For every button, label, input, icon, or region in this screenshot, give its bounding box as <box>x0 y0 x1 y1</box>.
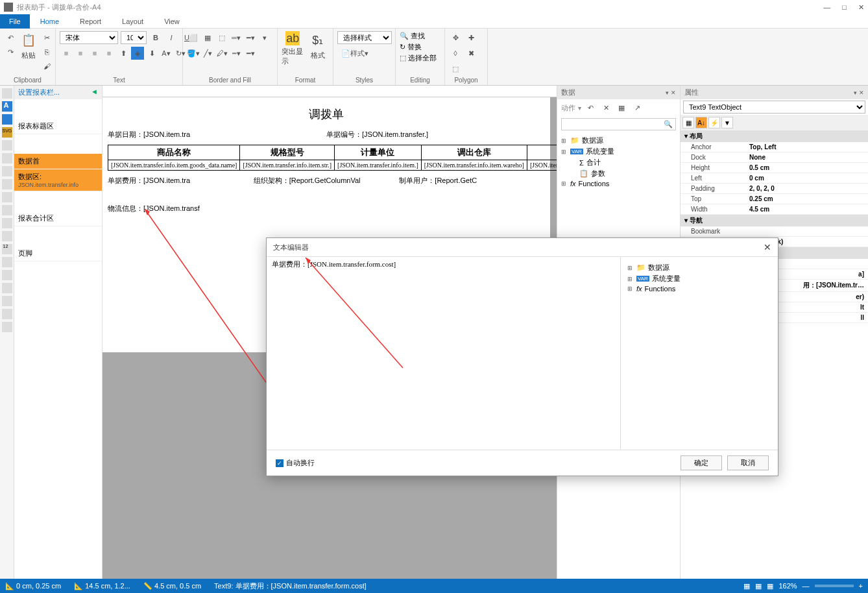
replace-button[interactable]: ↻ 替换 <box>400 42 422 52</box>
tree-node-functions[interactable]: ⊞fxFunctions <box>561 179 676 188</box>
style-button[interactable]: 📄 样式▾ <box>337 47 372 60</box>
tool-5[interactable] <box>2 153 12 163</box>
fill-icon[interactable]: 🪣▾ <box>187 47 200 60</box>
ok-button[interactable]: 确定 <box>681 455 722 470</box>
data-panel-header[interactable]: 数据▾ ✕ <box>557 86 680 99</box>
dialog-textarea[interactable]: 单据费用：[JSON.item.transfer.form.cost] <box>267 257 621 450</box>
valign-bot-icon[interactable]: ⬇ <box>145 47 158 60</box>
field-number[interactable]: 单据编号：[JSON.item.transfer.] <box>326 130 545 139</box>
tree-item-footer[interactable]: 页脚 <box>14 246 102 261</box>
dialog-close-icon[interactable]: ✕ <box>764 242 771 252</box>
tool-12[interactable]: 12 <box>2 244 12 254</box>
tool-14[interactable] <box>2 270 12 280</box>
field-date[interactable]: 单据日期：[JSON.item.tra <box>108 130 326 139</box>
tool-16[interactable] <box>2 296 12 306</box>
line-style-icon[interactable]: ┅▾ <box>230 47 243 60</box>
font-color-icon[interactable]: A▾ <box>160 47 173 60</box>
field-user[interactable]: 制单用户：[Report.GetC <box>399 176 545 186</box>
cut-icon[interactable]: ✂ <box>40 31 53 44</box>
zoom-slider[interactable] <box>815 585 854 587</box>
bold-icon[interactable]: B <box>149 31 162 44</box>
action-icon[interactable]: ▦ <box>615 101 628 114</box>
align-justify-icon[interactable]: ≡ <box>102 47 115 60</box>
prop-panel-header[interactable]: 属性▾ ✕ <box>681 86 868 99</box>
maximize-button[interactable]: □ <box>842 3 847 12</box>
tree-node-sum[interactable]: Σ合计 <box>561 157 676 168</box>
valign-mid-icon[interactable]: ◈ <box>131 47 144 60</box>
tool-18[interactable] <box>2 322 12 332</box>
th-3[interactable]: 调出仓库 <box>421 145 527 160</box>
view-icon[interactable]: ▦ <box>743 582 750 590</box>
copy-icon[interactable]: ⎘ <box>40 45 53 58</box>
td-2[interactable]: [JSON.item.transfer.info.item.] <box>335 160 422 171</box>
undo-icon[interactable]: ↶ <box>4 31 17 44</box>
tool-svg[interactable]: SVG <box>2 127 12 138</box>
prop-cat-icon[interactable]: ▦ <box>682 117 694 128</box>
action-icon[interactable]: ✕ <box>599 101 612 114</box>
align-right-icon[interactable]: ≡ <box>88 47 101 60</box>
tab-layout[interactable]: Layout <box>112 16 154 27</box>
wrap-checkbox[interactable]: ✓自动换行 <box>276 458 315 468</box>
zoom-out[interactable]: — <box>802 582 810 590</box>
align-center-icon[interactable]: ≡ <box>74 47 87 60</box>
poly2-icon[interactable]: ✚ <box>464 31 477 44</box>
tool-4[interactable] <box>2 140 12 151</box>
cancel-button[interactable]: 取消 <box>727 455 769 470</box>
close-button[interactable]: ✕ <box>858 3 864 12</box>
find-button[interactable]: 🔍 查找 <box>400 31 425 41</box>
prop-row[interactable]: Height0.5 cm <box>681 163 868 173</box>
highlight-button[interactable]: ab突出显示 <box>282 31 304 66</box>
tree-node-param[interactable]: 📋参数 <box>561 168 676 179</box>
action-icon[interactable]: ↶ <box>584 101 597 114</box>
td-4[interactable]: [JSON.item.transfer.info.item.store] <box>527 160 557 171</box>
tool-cursor[interactable] <box>2 88 12 99</box>
tree-item-datazone[interactable]: 数据区: JSON.item.transfer.info <box>14 169 102 191</box>
th-2[interactable]: 计量单位 <box>335 145 422 160</box>
font-select[interactable]: 宋体 <box>60 31 118 44</box>
tab-home[interactable]: Home <box>30 16 69 27</box>
action-icon[interactable]: ↗ <box>631 101 644 114</box>
dlg-node-functions[interactable]: ⊞fxFunctions <box>627 284 771 293</box>
file-menu[interactable]: File <box>0 14 30 29</box>
prop-event-icon[interactable]: ⚡ <box>708 117 720 128</box>
td-3[interactable]: [JSON.item.transfer.info.item.wareho] <box>421 160 527 171</box>
search-icon[interactable]: 🔍 <box>664 120 673 128</box>
view-icon[interactable]: ▦ <box>767 582 773 590</box>
line-icon[interactable]: ╱▾ <box>201 47 214 60</box>
border-style-icon[interactable]: ═▾ <box>230 31 243 44</box>
poly4-icon[interactable]: ✖ <box>464 47 477 60</box>
italic-icon[interactable]: I <box>165 31 178 44</box>
border-none-icon[interactable]: ⬚ <box>215 31 228 44</box>
redo-icon[interactable]: ↷ <box>4 45 17 58</box>
view-icon[interactable]: ▦ <box>755 582 762 590</box>
size-select[interactable]: 10 <box>121 31 147 44</box>
dlg-node-sysvar[interactable]: ⊞VAR系统变量 <box>627 273 771 284</box>
select-all-button[interactable]: ⬚ 选择全部 <box>400 53 437 63</box>
tool-text[interactable]: A <box>2 101 12 112</box>
zoom-in[interactable]: + <box>859 582 863 590</box>
tree-item-title[interactable]: 报表标题区 <box>14 119 102 134</box>
line-width-icon[interactable]: ━▾ <box>244 47 257 60</box>
tool-8[interactable] <box>2 192 12 202</box>
border-width-icon[interactable]: ━▾ <box>244 31 257 44</box>
report-title[interactable]: 调拨单 <box>102 97 550 127</box>
td-0[interactable]: [JSON.item.transfer.info.item.goods_data… <box>108 160 240 171</box>
report-table[interactable]: 商品名称 规格型号 计量单位 调出仓库 调入仓库 [JSON.item.tran… <box>108 145 557 171</box>
prop-row[interactable]: DockNone <box>681 152 868 163</box>
tree-node-datasource[interactable]: ⊞📁数据源 <box>561 135 676 146</box>
poly3-icon[interactable]: ◊ <box>449 47 462 60</box>
tree-node-sysvar[interactable]: ⊞VAR系统变量 <box>561 146 676 157</box>
field-cost[interactable]: 单据费用：[JSON.item.tra <box>108 176 254 186</box>
tab-view[interactable]: View <box>154 16 190 27</box>
prop-filter-icon[interactable]: ▼ <box>721 117 733 128</box>
tool-6[interactable] <box>2 166 12 176</box>
object-select[interactable]: Text9 TextObject <box>683 101 865 114</box>
border-all-icon[interactable]: ▦ <box>201 31 214 44</box>
th-4[interactable]: 调入仓库 <box>527 145 557 160</box>
minimize-button[interactable]: — <box>823 3 830 12</box>
dlg-node-datasource[interactable]: ⊞📁数据源 <box>627 262 771 273</box>
prop-row[interactable]: Padding2, 0, 2, 0 <box>681 184 868 194</box>
prop-az-icon[interactable]: A↓ <box>695 117 707 128</box>
prop-row[interactable]: AnchorTop, Left <box>681 142 868 152</box>
tree-item-datahead[interactable]: 数据首 <box>14 154 102 169</box>
